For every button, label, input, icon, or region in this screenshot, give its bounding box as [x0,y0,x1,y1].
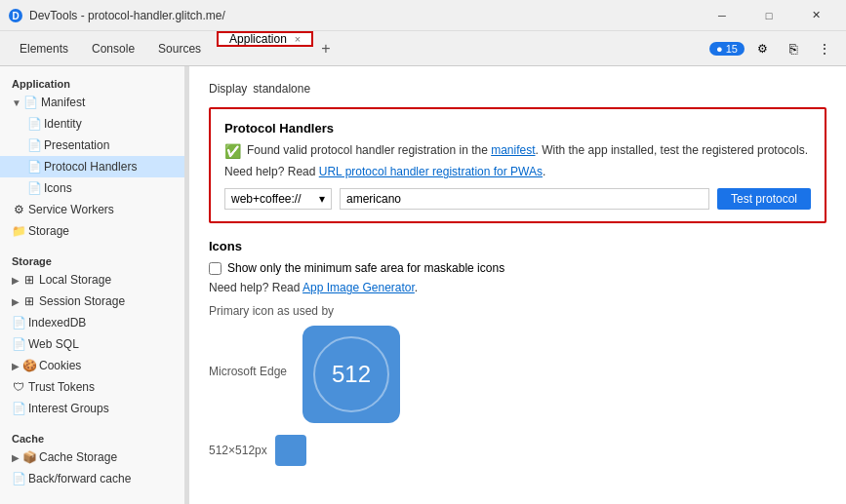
icon-primary-label: Primary icon as used by [209,304,826,318]
devtools-nav-items: Elements Console Sources Application × + [8,31,709,66]
protocol-handlers-section: Protocol Handlers ✅ Found valid protocol… [209,107,826,223]
maskable-checkbox-row: Show only the minimum safe area for mask… [209,261,826,275]
icon-preview-area: Primary icon as used by Microsoft Edge 5… [209,304,826,466]
sidebar-item-local-storage[interactable]: ▶ ⊞ Local Storage [0,269,184,291]
file-icon: 📄 [12,472,25,485]
display-value: standalone [253,82,310,96]
issues-dot-icon: ● [716,43,723,55]
maskable-checkbox[interactable] [209,262,222,275]
share-button[interactable]: ⎘ [780,35,807,62]
sidebar: Application ▼ 📄 Manifest 📄 Identity 📄 Pr… [0,66,185,504]
maximize-button[interactable]: □ [746,0,791,31]
devtools-icon: D [8,8,23,23]
icons-help-row: Need help? Read App Image Generator. [209,281,826,294]
sidebar-item-storage-main[interactable]: 📁 Storage [0,220,184,242]
icon-thumbnail: 512 [302,326,400,423]
add-tab-button[interactable]: + [313,31,338,66]
url-protocol-link[interactable]: URL protocol handler registration for PW… [319,165,543,178]
issues-badge[interactable]: ● 15 [709,42,745,56]
icon-grid: Microsoft Edge 512 [209,326,826,423]
manifest-link[interactable]: manifest [491,143,535,157]
titlebar: D DevTools - protocol-handler.glitch.me/… [0,0,846,31]
more-button[interactable]: ⋮ [811,35,838,62]
dropdown-arrow-icon: ▾ [319,192,325,206]
file-icon: 📄 [12,337,25,351]
icons-title: Icons [209,239,826,253]
folder-icon: 📁 [12,224,25,238]
tab-close-application[interactable]: × [295,33,301,45]
file-icon: 📄 [12,316,25,330]
sidebar-item-service-workers[interactable]: ⚙ Service Workers [0,199,184,220]
close-button[interactable]: ✕ [793,0,838,31]
protocol-path-input[interactable] [340,188,709,210]
collapsed-arrow-icon: ▶ [12,452,20,463]
share-icon: ⎘ [789,41,797,57]
database-icon: ⊞ [22,273,36,287]
database-icon: ⊞ [22,294,36,308]
database-icon: 📦 [22,450,36,464]
sidebar-item-session-storage[interactable]: ▶ ⊞ Session Storage [0,291,184,312]
sidebar-item-interest-groups[interactable]: 📄 Interest Groups [0,398,184,419]
icon-size-thumbnail [275,435,306,466]
app-image-generator-link[interactable]: App Image Generator [302,281,415,294]
collapsed-arrow-icon: ▶ [12,361,20,371]
cookie-icon: 🍪 [22,359,36,372]
file-icon: 📄 [27,181,41,195]
gear-icon: ⚙ [12,203,25,216]
icon-source-name: Microsoft Edge [209,326,287,378]
sidebar-item-trust-tokens[interactable]: 🛡 Trust Tokens [0,376,184,398]
sidebar-item-cache-storage[interactable]: ▶ 📦 Cache Storage [0,446,184,468]
protocol-status-row: ✅ Found valid protocol handler registrat… [224,143,811,159]
display-label: Display [209,82,247,96]
protocol-status-suffix: . With the app installed, test the regis… [536,143,808,157]
gear-icon: ⚙ [757,42,768,56]
sidebar-section-storage: Storage [0,250,184,269]
sidebar-item-manifest[interactable]: ▼ 📄 Manifest [0,92,184,113]
test-protocol-button[interactable]: Test protocol [717,188,811,210]
protocol-scheme-select[interactable]: web+coffee:// ▾ [224,188,332,210]
tab-application[interactable]: Application × [217,31,313,47]
sidebar-section-application: Application [0,72,184,92]
icon-size-row: 512×512px [209,435,826,466]
sidebar-section-cache: Cache [0,427,184,446]
protocol-input-row: web+coffee:// ▾ Test protocol [224,188,811,210]
icon-inner-circle: 512 [313,336,389,412]
file-icon: 📄 [27,117,41,131]
svg-text:D: D [12,11,19,21]
sidebar-item-presentation[interactable]: 📄 Presentation [0,135,184,156]
expand-arrow-icon: ▼ [12,97,21,108]
display-row: Display standalone [209,82,826,96]
sidebar-item-back-forward-cache[interactable]: 📄 Back/forward cache [0,468,184,489]
devtools-navbar: Elements Console Sources Application × +… [0,31,846,66]
file-icon: 📄 [24,96,38,109]
sidebar-item-icons[interactable]: 📄 Icons [0,177,184,199]
maskable-label: Show only the minimum safe area for mask… [227,261,504,275]
main-layout: Application ▼ 📄 Manifest 📄 Identity 📄 Pr… [0,66,846,504]
icons-section: Icons Show only the minimum safe area fo… [209,239,826,466]
settings-button[interactable]: ⚙ [748,35,776,62]
icon-number: 512 [332,361,371,388]
file-icon: 📄 [27,138,41,152]
nav-console[interactable]: Console [80,31,146,66]
nav-sources[interactable]: Sources [146,31,213,66]
check-circle-icon: ✅ [224,143,241,159]
sidebar-item-cookies[interactable]: ▶ 🍪 Cookies [0,355,184,376]
protocol-help-row: Need help? Read URL protocol handler reg… [224,165,811,178]
collapsed-arrow-icon: ▶ [12,275,20,286]
content-area: Display standalone Protocol Handlers ✅ F… [189,66,846,504]
shield-icon: 🛡 [12,380,25,394]
window-controls: ─ □ ✕ [700,0,838,31]
minimize-button[interactable]: ─ [700,0,745,31]
file-icon: 📄 [27,160,41,174]
file-icon: 📄 [12,402,25,415]
ellipsis-icon: ⋮ [819,42,830,56]
sidebar-item-websql[interactable]: 📄 Web SQL [0,333,184,355]
sidebar-item-indexeddb[interactable]: 📄 IndexedDB [0,312,184,333]
nav-elements[interactable]: Elements [8,31,80,66]
devtools-toolbar-right: ● 15 ⚙ ⎘ ⋮ [709,35,838,62]
collapsed-arrow-icon: ▶ [12,296,20,307]
window-title: DevTools - protocol-handler.glitch.me/ [29,9,700,22]
protocol-status-text: Found valid protocol handler registratio… [247,143,491,157]
sidebar-item-identity[interactable]: 📄 Identity [0,113,184,135]
sidebar-item-protocol-handlers[interactable]: 📄 Protocol Handlers [0,156,184,177]
